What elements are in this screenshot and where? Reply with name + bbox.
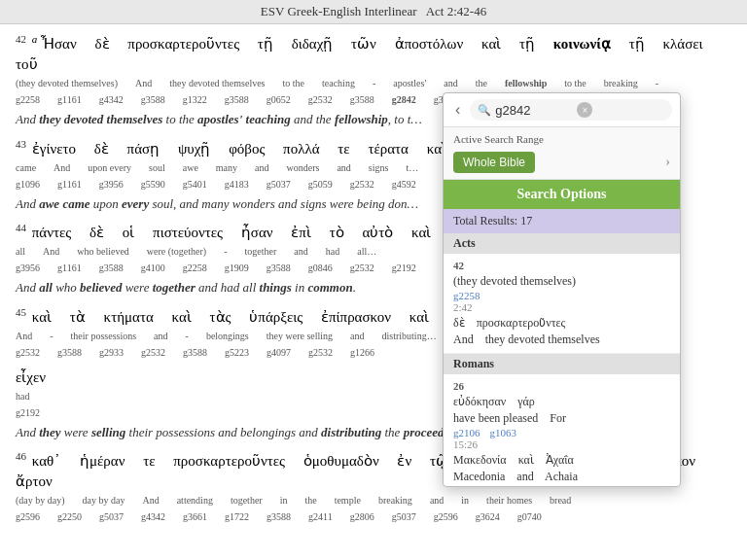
results-list: Acts 42 (they devoted themselves) g2258 … [444,233,680,486]
passage-ref: Act 2:42-46 [426,4,486,18]
verse-46-gnums: g2596 g2250 g5037 g4342 g3661 g1722 g358… [16,509,731,524]
result-item-acts-42[interactable]: 42 (they devoted themselves) g2258 2:42 … [444,254,680,354]
popup-search-input-wrap: 🔍 × [470,99,672,121]
verse-42-strongs: (they devoted themselves) And they devot… [16,76,731,90]
result-text-acts-42-line2: δὲ προσκαρτεροῦντες [453,315,670,332]
result-text-acts-42-line3: And they devoted themselves [453,332,670,348]
popup-search-bar: ‹ 🔍 × [444,93,680,127]
result-item-romans-26[interactable]: 26 εὐδόκησαν γάρ have been pleased For g… [444,374,680,486]
search-popup: ‹ 🔍 × Active Search Range Whole Bible › … [443,92,681,487]
result-text-acts-42-line1: (they devoted themselves) [453,273,670,290]
popup-back-button[interactable]: ‹ [451,101,464,119]
result-ref-romans-26: 26 [453,380,670,392]
whole-bible-button[interactable]: Whole Bible [453,152,535,173]
total-results-bar: Total Results: 17 [444,209,680,233]
result-strongs-romans-2: g1063 [490,427,517,438]
result-subref-acts-42: 2:42 [453,301,670,313]
clear-search-button[interactable]: × [577,102,592,118]
whole-bible-row: Whole Bible › [444,148,680,180]
result-subref-romans-26: 15:26 [453,438,670,450]
top-bar: ESV Greek-English Interlinear Act 2:42-4… [0,0,747,24]
result-strongs-romans-1: g2106 [453,427,480,438]
section-header-acts: Acts [444,233,680,254]
verse-46-strongs: (day by day) day by day And attending to… [16,493,731,508]
result-text-romans-line2: have been pleased For [453,410,670,427]
result-text-romans-line4: Macedonia and Achaia [453,469,670,485]
search-range-label: Active Search Range [444,127,680,148]
search-options-header: Search Options [444,180,680,209]
chevron-right-icon: › [665,155,670,170]
result-text-romans-line3: Μακεδονία καὶ Ἀχαΐα [453,452,670,469]
search-input[interactable] [495,103,573,118]
search-icon: 🔍 [478,104,491,117]
result-ref-acts-42: 42 [453,260,670,271]
result-text-romans-line1: εὐδόκησαν γάρ [453,394,670,410]
verse-42-greek: 42 a Ἦσαν δὲ προσκαρτεροῦντες τῇ διδαχῇ … [16,32,731,75]
result-strongs-acts-42: g2258 [453,290,670,301]
section-header-romans: Romans [444,354,680,374]
passage-title: ESV Greek-English Interlinear [261,4,417,18]
